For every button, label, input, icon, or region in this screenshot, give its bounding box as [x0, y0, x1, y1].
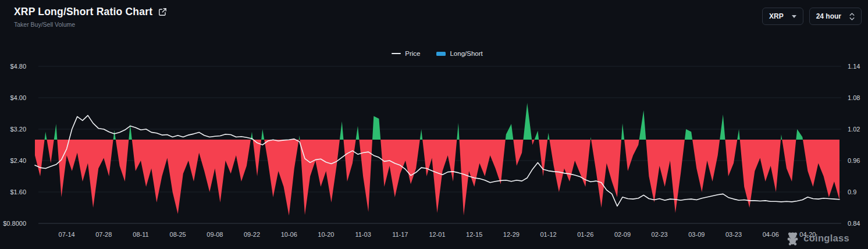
x-axis-tick: 08-25 — [170, 231, 186, 238]
x-axis-tick: 01-26 — [577, 231, 593, 238]
long-short-ratio-widget: $4.801.14$4.001.08$3.201.02$2.400.96$1.6… — [0, 0, 868, 249]
long-short-bar-marker — [436, 52, 446, 56]
x-axis-tick: 08-11 — [133, 231, 148, 238]
chart-subtitle: Taker Buy/Sell Volume — [14, 21, 167, 28]
interval-select-value: 24 hour — [816, 12, 841, 20]
x-axis-tick: 11-03 — [355, 231, 371, 238]
interval-select[interactable]: 24 hour — [809, 8, 862, 25]
chart-header: XRP Long/Short Ratio Chart Taker Buy/Sel… — [14, 6, 167, 28]
legend-item-price[interactable]: Price — [392, 50, 420, 57]
chart-legend: Price Long/Short — [35, 50, 839, 57]
x-axis-tick: 07-14 — [59, 231, 75, 238]
x-axis-tick: 12-01 — [429, 231, 445, 238]
chart-controls: XRP 24 hour — [762, 8, 862, 25]
left-axis-tick: $1.60 — [10, 188, 26, 195]
left-axis-tick: $0.8000 — [3, 220, 26, 227]
x-axis-tick: 03-09 — [688, 231, 705, 238]
x-axis-tick: 02-23 — [652, 231, 668, 238]
x-axis-tick: 11-17 — [392, 231, 408, 238]
left-axis-tick: $4.00 — [10, 94, 26, 101]
legend-label-price: Price — [405, 50, 420, 57]
x-axis-tick: 02-09 — [614, 231, 631, 238]
symbol-select-value: XRP — [769, 12, 784, 20]
right-axis-tick: 0.9 — [848, 188, 856, 195]
x-axis-tick: 03-23 — [725, 231, 742, 238]
left-axis-tick: $3.20 — [10, 126, 26, 133]
x-axis-tick: 10-06 — [281, 231, 297, 238]
x-axis-tick: 01-12 — [540, 231, 557, 238]
right-axis-tick: 1.02 — [848, 126, 860, 133]
right-axis-tick: 1.14 — [848, 63, 860, 70]
long-short-ratio-chart[interactable]: $4.801.14$4.001.08$3.201.02$2.400.96$1.6… — [0, 0, 868, 249]
price-line-marker — [392, 53, 401, 55]
x-axis-tick: 09-08 — [207, 231, 223, 238]
page-title: XRP Long/Short Ratio Chart — [14, 6, 152, 18]
x-axis-tick: 12-15 — [466, 231, 482, 238]
chevron-down-icon — [792, 15, 796, 18]
legend-item-long-short[interactable]: Long/Short — [436, 50, 482, 57]
left-axis-tick: $2.40 — [10, 157, 26, 164]
x-axis-tick: 09-22 — [244, 231, 260, 238]
right-axis-tick: 1.08 — [848, 94, 860, 101]
sort-arrows-icon — [849, 13, 855, 20]
symbol-select[interactable]: XRP — [762, 8, 803, 25]
x-axis-tick: 10-20 — [318, 231, 334, 238]
x-axis-tick: 04-06 — [763, 231, 779, 238]
right-axis-tick: 0.84 — [848, 220, 860, 227]
legend-label-long-short: Long/Short — [450, 50, 482, 57]
x-axis-tick: 07-28 — [95, 231, 112, 238]
long-short-area-negative — [35, 103, 839, 216]
x-axis-tick: 04-20 — [799, 231, 816, 238]
left-axis-tick: $4.80 — [10, 63, 26, 70]
right-axis-tick: 0.96 — [848, 157, 860, 164]
external-link-icon[interactable] — [158, 8, 167, 16]
x-axis-tick: 12-29 — [503, 231, 520, 238]
